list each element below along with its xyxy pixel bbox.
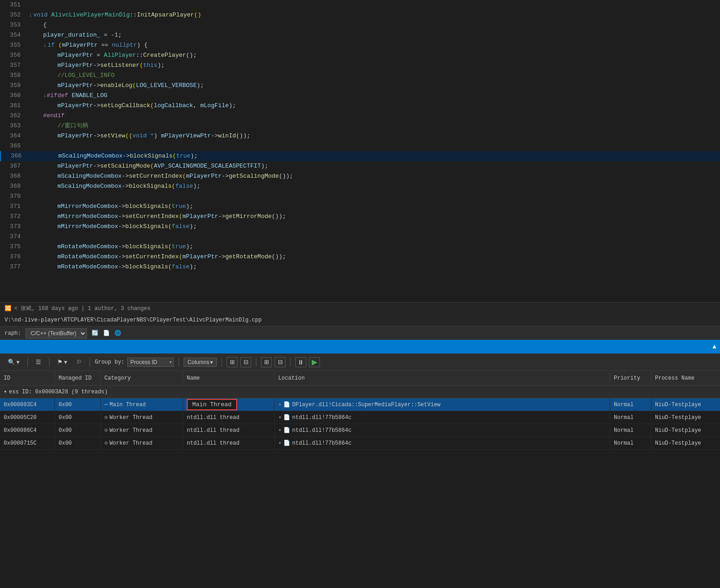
line-number: 355 bbox=[0, 40, 25, 50]
group-by-select[interactable]: Process ID Thread Name Category bbox=[127, 358, 174, 367]
thread-process-name: NiuD-Testplaye bbox=[651, 437, 720, 449]
collapse-icon: ⊟ bbox=[278, 359, 283, 365]
col-header-procname[interactable]: Process Name bbox=[651, 371, 720, 385]
thread-category-text: Worker Thread bbox=[109, 440, 152, 446]
thread-location: ▾📄ntdll.dll!77b5864c bbox=[275, 424, 610, 436]
line-content: mPlayerPtr->enableLog(LOG_LEVEL_VERBOSE)… bbox=[25, 81, 720, 91]
code-line-357: 357 mPlayerPtr->setListener(this); bbox=[0, 60, 720, 71]
thread-row[interactable]: 0x000093C40x00↩Main ThreadMain Thread▾📄D… bbox=[0, 398, 720, 411]
thread-priority: Normal bbox=[610, 424, 651, 436]
thread-location: ▾📄DPlayer.dll!Cicada::SuperMediaPlayer::… bbox=[275, 398, 610, 411]
code-line-370: 370 bbox=[0, 191, 720, 201]
worker-thread-icon: ⚙ bbox=[104, 440, 108, 446]
thread-id: 0x00005C20 bbox=[0, 411, 55, 424]
lang-icon1: 🔄 bbox=[92, 330, 98, 337]
code-line-371: 371 mMirrorModeCombox->blockSignals(true… bbox=[0, 201, 720, 212]
location-icon: 📄 bbox=[283, 440, 290, 446]
line-content bbox=[25, 232, 720, 242]
group-expand-arrow: ▾ bbox=[4, 388, 7, 395]
code-line-368: 368 mScalingModeCombox->setCurrentIndex(… bbox=[0, 171, 720, 181]
group-by-label: Group by: bbox=[95, 359, 125, 365]
flag-action-icon: ⚐ bbox=[76, 359, 82, 365]
code-line-354: 354 player_duration_ = -1; bbox=[0, 30, 720, 40]
flag-dropdown-arrow: ▾ bbox=[64, 359, 67, 365]
location-icon: 📄 bbox=[283, 414, 290, 421]
line-number: 372 bbox=[0, 212, 25, 222]
line-number: 358 bbox=[0, 71, 25, 81]
thread-name: ntdll.dll thread bbox=[183, 411, 275, 424]
group-by-wrapper: Process ID Thread Name Category ▾ bbox=[127, 358, 174, 367]
thread-category: ⚙Worker Thread bbox=[101, 411, 183, 424]
thread-category-text: Worker Thread bbox=[109, 427, 152, 434]
thread-row[interactable]: 0x000086C40x00⚙Worker Threadntdll.dll th… bbox=[0, 424, 720, 437]
list-button[interactable]: ☰ bbox=[32, 357, 44, 367]
thread-category: ⚙Worker Thread bbox=[101, 437, 183, 449]
line-number: 365 bbox=[0, 141, 25, 151]
line-content: #endif bbox=[25, 111, 720, 121]
line-number: 357 bbox=[0, 60, 25, 71]
line-number: 374 bbox=[0, 232, 25, 242]
location-expand-arrow: ▾ bbox=[278, 401, 282, 408]
thread-name: ntdll.dll thread bbox=[183, 437, 275, 449]
separator-6 bbox=[256, 358, 256, 367]
thread-panel: ▾ ess ID: 0x00003A28 (9 threads) 0x00009… bbox=[0, 386, 720, 588]
blue-divider: ▲ bbox=[0, 340, 720, 354]
code-line-351: 351 bbox=[0, 0, 720, 10]
main-thread-icon: ↩ bbox=[104, 401, 108, 408]
group-header-text: ess ID: 0x00003A28 (9 threads) bbox=[9, 389, 108, 395]
thread-id: 0x0000715C bbox=[0, 437, 55, 449]
expand-all-button[interactable]: ⊞ bbox=[227, 357, 238, 367]
pause-button[interactable]: ⏸ bbox=[295, 357, 306, 367]
flag-action-button[interactable]: ⚐ bbox=[73, 357, 85, 367]
line-number: 351 bbox=[0, 0, 25, 10]
thread-group-header: ▾ ess ID: 0x00003A28 (9 threads) bbox=[0, 386, 720, 398]
columns-button[interactable]: Columns ▾ bbox=[184, 358, 217, 367]
code-line-360: 360 ↓#ifdef ENABLE_LOG bbox=[0, 91, 720, 101]
line-number: 364 bbox=[0, 131, 25, 141]
line-content: player_duration_ = -1; bbox=[25, 30, 720, 40]
col-header-managed[interactable]: Managed ID bbox=[55, 371, 101, 385]
code-line-358: 358 //LOG_LEVEL_INFO bbox=[0, 71, 720, 81]
col-header-priority[interactable]: Priority bbox=[610, 371, 651, 385]
thread-location: ▾📄ntdll.dll!77b5864c bbox=[275, 437, 610, 449]
collapse-button[interactable]: ⊟ bbox=[275, 357, 286, 367]
play-button[interactable]: ▶ bbox=[309, 357, 320, 367]
expand-button[interactable]: ⊞ bbox=[261, 357, 272, 367]
code-line-376: 376 mRotateModeCombox->setCurrentIndex(m… bbox=[0, 252, 720, 262]
separator-2 bbox=[49, 358, 49, 367]
collapse-arrow[interactable]: ▲ bbox=[713, 343, 716, 350]
code-line-365: 365 bbox=[0, 141, 720, 151]
thread-process-name: NiuD-Testplaye bbox=[651, 411, 720, 424]
thread-row[interactable]: 0x00005C200x00⚙Worker Threadntdll.dll th… bbox=[0, 411, 720, 424]
col-header-category[interactable]: Category bbox=[101, 371, 183, 385]
thread-category-text: Main Thread bbox=[109, 402, 146, 408]
worker-thread-icon: ⚙ bbox=[104, 414, 108, 421]
col-header-name[interactable]: Name bbox=[183, 371, 275, 385]
code-line-367: 367 mPlayerPtr->setScalingMode(AVP_SCALI… bbox=[0, 161, 720, 171]
line-number: 369 bbox=[0, 181, 25, 191]
columns-label: Columns bbox=[188, 359, 209, 365]
code-line-363: 363 //窗口句柄 bbox=[0, 121, 720, 131]
col-header-location[interactable]: Location bbox=[275, 371, 610, 385]
line-number: 359 bbox=[0, 81, 25, 91]
code-line-373: 373 mMirrorModeCombox->blockSignals(fals… bbox=[0, 222, 720, 232]
language-bar: raph: C/C++ (TextBuffer) 🔄 📄 🌐 bbox=[0, 326, 720, 340]
thread-toolbar: 🔍 ▾ ☰ ⚑ ▾ ⚐ Group by: Process ID Thread … bbox=[0, 354, 720, 371]
line-content: mRotateModeCombox->blockSignals(false); bbox=[25, 262, 720, 272]
line-number: 375 bbox=[0, 242, 25, 252]
line-content: mRotateModeCombox->blockSignals(true); bbox=[25, 242, 720, 252]
git-blame-text: < 张斌, 168 days ago | 1 author, 3 changes bbox=[14, 305, 151, 312]
search-button[interactable]: 🔍 ▾ bbox=[5, 357, 23, 367]
code-line-352: 352↓void AlivcLivePlayerMainDlg::InitAps… bbox=[0, 10, 720, 20]
thread-priority: Normal bbox=[610, 398, 651, 411]
main-thread-tooltip: Main Thread bbox=[187, 399, 237, 410]
collapse-all-button[interactable]: ⊟ bbox=[240, 357, 251, 367]
thread-row[interactable]: 0x0000715C0x00⚙Worker Threadntdll.dll th… bbox=[0, 437, 720, 450]
code-line-362: 362 #endif bbox=[0, 111, 720, 121]
language-label: raph: bbox=[5, 330, 21, 337]
expand-all-icon: ⊞ bbox=[230, 359, 235, 365]
col-header-id[interactable]: ID bbox=[0, 371, 55, 385]
line-number: 376 bbox=[0, 252, 25, 262]
language-select[interactable]: C/C++ (TextBuffer) bbox=[26, 328, 87, 338]
flag-button[interactable]: ⚑ ▾ bbox=[54, 357, 70, 367]
